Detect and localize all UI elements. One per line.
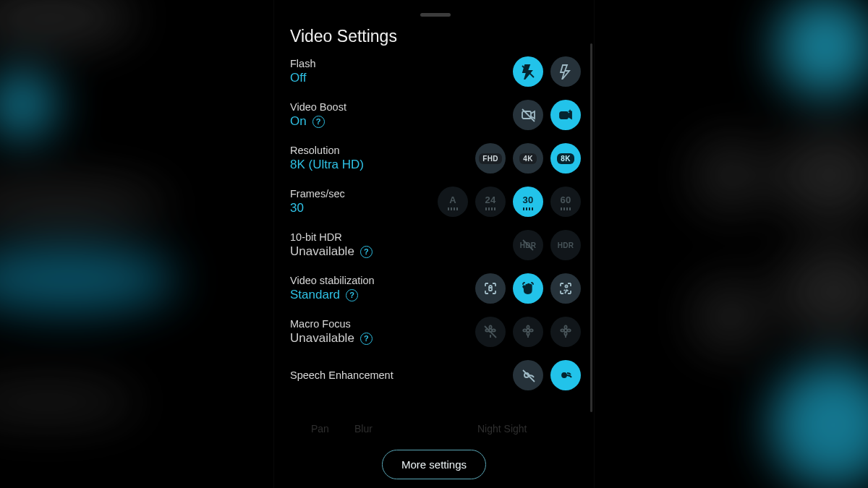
fps-value: 30: [522, 194, 533, 205]
option-stab-active[interactable]: [550, 273, 581, 304]
person-run-frame-icon: [558, 281, 574, 296]
option-hdr-on[interactable]: HDR: [550, 230, 581, 260]
fps-value: 24: [485, 194, 495, 205]
voice-off-icon: [520, 367, 536, 383]
flower-icon: [558, 324, 574, 340]
video-settings-panel: Video Settings FlashOffVideo BoostOn?Res…: [273, 0, 595, 488]
fps-value: 60: [560, 194, 571, 205]
setting-value: Off: [290, 71, 315, 85]
option-boost-on[interactable]: [550, 100, 581, 130]
flower-off-icon: [482, 324, 498, 340]
fps-ticks-icon: [485, 207, 495, 210]
setting-value: On?: [290, 114, 346, 129]
option-flash-off[interactable]: [513, 56, 543, 87]
option-boost-off[interactable]: [513, 100, 543, 130]
setting-label: 10-bit HDR: [290, 231, 373, 243]
option-fps-60[interactable]: 60: [550, 187, 581, 217]
option-group: [513, 360, 581, 390]
option-group: FHD4K8K: [475, 143, 581, 174]
fps-ticks-icon: [561, 207, 571, 210]
setting-value: 8K (Ultra HD): [290, 158, 364, 172]
help-icon[interactable]: ?: [346, 289, 358, 301]
drag-handle[interactable]: [420, 13, 451, 17]
option-group: [513, 100, 581, 130]
option-speech-off[interactable]: [513, 360, 543, 390]
settings-list: FlashOffVideo BoostOn?Resolution8K (Ultr…: [290, 56, 581, 458]
setting-value: Unavailable?: [290, 331, 373, 346]
option-group: [475, 317, 581, 347]
setting-row-macro: Macro FocusUnavailable?: [290, 317, 581, 347]
option-group: [475, 273, 581, 304]
setting-value: Standard?: [290, 288, 375, 302]
help-icon[interactable]: ?: [360, 333, 373, 345]
fps-value: A: [449, 194, 456, 205]
more-settings-button[interactable]: More settings: [382, 450, 486, 479]
option-flash-on[interactable]: [550, 56, 581, 87]
setting-row-stabilization: Video stabilizationStandard?: [290, 273, 581, 304]
voice-on-icon: [558, 367, 574, 383]
option-group: HDRHDR: [513, 230, 581, 260]
video-off-icon: [520, 107, 536, 123]
svg-line-0: [523, 240, 533, 250]
option-fps-24[interactable]: 24: [475, 187, 506, 217]
option-fps-auto[interactable]: A: [438, 187, 468, 217]
setting-label: Macro Focus: [290, 318, 373, 330]
lock-frame-icon: [482, 281, 498, 296]
option-stab-locked[interactable]: [475, 273, 506, 304]
setting-label: Speech Enhancement: [290, 369, 393, 381]
flash-off-icon: [520, 64, 536, 80]
fps-ticks-icon: [448, 207, 458, 210]
option-group: A243060: [438, 187, 581, 217]
scrollbar[interactable]: [590, 43, 592, 412]
badge-text: FHD: [479, 153, 501, 164]
option-macro-off[interactable]: [475, 317, 506, 347]
setting-row-resolution: Resolution8K (Ultra HD)FHD4K8K: [290, 143, 581, 174]
option-stab-standard[interactable]: [513, 273, 543, 304]
setting-row-video_boost: Video BoostOn?: [290, 100, 581, 130]
help-icon[interactable]: ?: [312, 116, 325, 128]
setting-label: Video stabilization: [290, 275, 375, 286]
option-group: [513, 56, 581, 87]
option-res-4k[interactable]: 4K: [513, 143, 543, 174]
setting-label: Video Boost: [290, 101, 346, 113]
setting-label: Flash: [290, 58, 315, 69]
setting-row-speech: Speech Enhancement: [290, 360, 581, 390]
option-hdr-off[interactable]: HDR: [513, 230, 543, 260]
option-macro-on[interactable]: [550, 317, 581, 347]
setting-value: 30: [290, 201, 345, 215]
flash-on-icon: [558, 64, 574, 80]
option-macro-auto[interactable]: [513, 317, 543, 347]
option-fps-30[interactable]: 30: [513, 187, 543, 217]
setting-value: Unavailable?: [290, 244, 373, 259]
panel-title: Video Settings: [290, 27, 581, 46]
hand-wave-icon: [520, 281, 536, 296]
strike-icon: [520, 237, 536, 253]
flower-icon: [520, 324, 536, 340]
setting-row-hdr: 10-bit HDRUnavailable?HDRHDR: [290, 230, 581, 260]
help-icon[interactable]: ?: [360, 246, 373, 258]
option-res-8k[interactable]: 8K: [550, 143, 581, 174]
fps-ticks-icon: [523, 207, 533, 210]
setting-row-fps: Frames/sec30A243060: [290, 187, 581, 217]
setting-label: Frames/sec: [290, 188, 345, 200]
badge-text: 4K: [519, 153, 536, 164]
setting-label: Resolution: [290, 145, 364, 156]
option-text: HDR: [558, 241, 574, 249]
option-speech-on[interactable]: [550, 360, 581, 390]
badge-text: 8K: [557, 153, 574, 164]
option-res-fhd[interactable]: FHD: [475, 143, 506, 174]
video-sparkle-icon: [558, 107, 574, 123]
setting-row-flash: FlashOff: [290, 56, 581, 87]
